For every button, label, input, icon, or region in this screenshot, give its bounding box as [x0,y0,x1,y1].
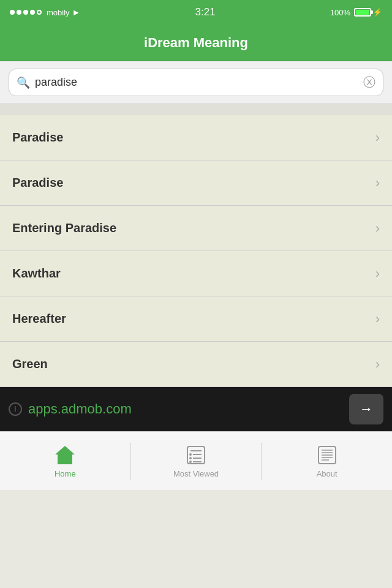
chevron-right-icon: › [375,221,380,236]
tab-most-viewed-label: Most Viewed [173,469,219,478]
search-input[interactable]: paradise [35,76,358,89]
signal-dots [10,10,42,15]
list-item-label: Entering Paradise [12,221,116,235]
search-separator [0,104,392,115]
ad-banner: i apps.admob.com → [0,387,392,431]
tab-bar: Home Most Viewed About [0,431,392,490]
lightning-icon: ⚡ [373,8,382,17]
chevron-right-icon: › [375,175,380,191]
list-item-label: Paradise [12,176,63,190]
search-container: 🔍 paradise ⓧ [0,61,392,104]
ad-info-icon: i [9,402,22,416]
list-item-label: Kawthar [12,266,61,281]
ad-arrow-button[interactable]: → [349,394,383,424]
search-bar[interactable]: 🔍 paradise ⓧ [9,69,383,96]
nav-title: iDream Meaning [144,35,248,51]
nav-bar: iDream Meaning [0,24,392,61]
list-item[interactable]: Paradise › [0,160,392,206]
battery-icon: ⚡ [354,8,382,17]
status-left: mobily ► [10,7,80,17]
tab-most-viewed[interactable]: Most Viewed [131,432,262,490]
list-item[interactable]: Paradise › [0,115,392,160]
svg-point-4 [189,453,192,456]
chevron-right-icon: › [375,266,380,282]
svg-point-6 [189,457,192,459]
list-item-label: Hereafter [12,312,66,326]
search-results-list: Paradise › Paradise › Entering Paradise … [0,115,392,387]
home-icon [53,443,77,467]
tab-home[interactable]: Home [0,432,130,490]
about-icon [315,443,339,467]
status-time: 3:21 [195,6,216,18]
chevron-right-icon: › [375,130,380,146]
list-item[interactable]: Entering Paradise › [0,206,392,251]
carrier-label: mobily [47,8,70,17]
wifi-icon: ► [72,7,81,17]
list-item-label: Paradise [12,130,63,145]
list-item[interactable]: Kawthar › [0,251,392,296]
chevron-right-icon: › [375,311,380,327]
ad-url[interactable]: apps.admob.com [28,401,132,417]
ad-arrow-icon: → [360,401,373,417]
tab-home-label: Home [55,469,76,478]
svg-point-8 [189,461,192,463]
tab-about[interactable]: About [262,432,392,490]
status-right: 100% ⚡ [330,8,382,17]
list-item-label: Green [12,357,48,371]
status-bar: mobily ► 3:21 100% ⚡ [0,0,392,24]
chevron-right-icon: › [375,356,380,372]
ad-left: i apps.admob.com [9,401,132,417]
tab-about-label: About [317,469,337,478]
search-icon: 🔍 [17,76,30,89]
clear-search-button[interactable]: ⓧ [363,74,375,91]
list-item[interactable]: Green › [0,342,392,387]
most-viewed-icon [184,443,208,467]
list-item[interactable]: Hereafter › [0,296,392,342]
svg-rect-1 [62,458,68,464]
battery-percent: 100% [330,8,350,17]
